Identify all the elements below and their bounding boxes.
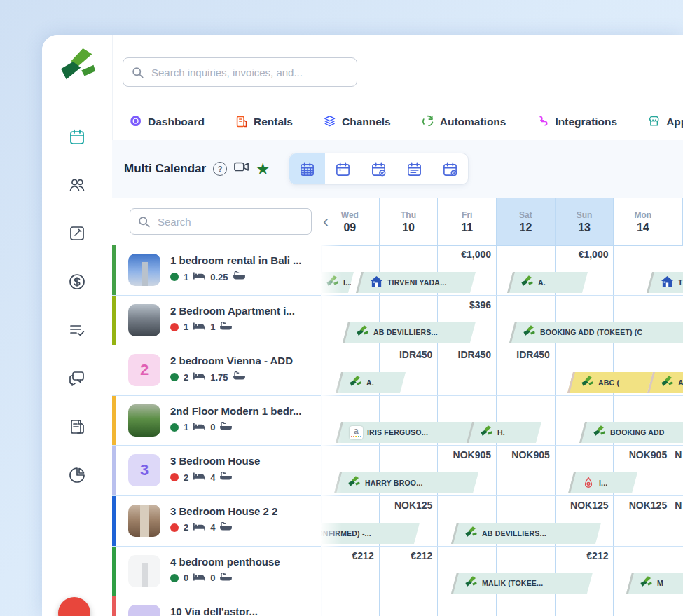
chat-launcher-button[interactable]: [58, 597, 90, 616]
sidebar-item-payments[interactable]: [67, 271, 88, 292]
help-icon[interactable]: ?: [213, 162, 227, 176]
rate-cell[interactable]: €1,000: [556, 249, 614, 263]
day-header-fri-11[interactable]: Fri11: [438, 198, 497, 245]
view-button-planning-view[interactable]: [432, 153, 468, 184]
booking-ribbon[interactable]: A.: [507, 272, 588, 293]
booking-ribbon[interactable]: TIRVENI YADA...: [356, 272, 476, 293]
rate-cell[interactable]: NOK905: [438, 449, 497, 463]
booking-ribbon[interactable]: AB DEVILLIERS...: [451, 523, 601, 544]
bath-icon: [220, 573, 232, 584]
booking-content: A: [652, 372, 683, 393]
bath-count: 4: [210, 522, 215, 533]
sidebar-item-messages[interactable]: [67, 368, 88, 389]
dashboard-icon: [130, 115, 143, 128]
booking-ribbon[interactable]: A: [647, 372, 683, 393]
booking-ribbon[interactable]: M: [626, 573, 683, 594]
rate-cell[interactable]: $396: [438, 299, 497, 313]
inquiries-icon: [68, 224, 86, 242]
property-row[interactable]: 2nd Floor Modern 1 bedr...10: [112, 396, 321, 446]
bath-icon: [220, 472, 232, 483]
rate-cell[interactable]: NOK125: [380, 500, 439, 514]
property-title: 2 bedroom Vienna - ADD: [170, 355, 317, 367]
rate-cell[interactable]: IDR450: [438, 349, 497, 363]
booking-ribbon[interactable]: H.: [467, 422, 541, 443]
rate-cell[interactable]: NOK905: [614, 449, 673, 463]
booking-ribbon[interactable]: (CONFIRMED) -...: [321, 523, 420, 544]
booking-ribbon[interactable]: A.: [336, 372, 406, 393]
day-number: 13: [578, 221, 591, 234]
bath-icon: [220, 522, 232, 533]
nav-item-app-store[interactable]: App Store: [648, 115, 683, 128]
sidebar-item-calendar[interactable]: [67, 126, 88, 147]
calendar-row: [321, 596, 683, 616]
sidebar-item-invoices[interactable]: [67, 416, 88, 437]
chevron-left-icon[interactable]: ‹: [323, 214, 329, 229]
global-search-input[interactable]: [150, 66, 348, 79]
property-row[interactable]: 4 bedroom penthouse00: [112, 547, 321, 597]
property-row[interactable]: 1 bedroom rental in Bali ...10.25: [112, 245, 321, 296]
rate-cell[interactable]: €1,000: [438, 249, 497, 263]
calendar-row: €212€212€212MALIK (TOKEE...M: [321, 547, 683, 597]
booking-ribbon[interactable]: aIRIS FERGUSO...: [336, 422, 473, 443]
standard-view-icon: [335, 161, 351, 177]
sidebar-item-guests[interactable]: [67, 174, 88, 196]
rate-cell[interactable]: N: [672, 500, 683, 514]
nav-item-dashboard[interactable]: Dashboard: [130, 115, 205, 128]
view-button-multi-calendar-view[interactable]: [289, 153, 325, 184]
nav-item-label: Automations: [440, 116, 506, 128]
view-switcher: [289, 153, 469, 185]
view-button-availability-view[interactable]: [361, 153, 396, 184]
booking-content: H.: [471, 422, 539, 443]
rate-cell[interactable]: NOK125: [556, 500, 614, 514]
bed-count: 0: [184, 573, 188, 583]
rate-cell[interactable]: €212: [380, 550, 439, 564]
favorite-star-icon[interactable]: ★: [256, 163, 269, 175]
sidebar-item-inquiries[interactable]: [67, 223, 88, 244]
rate-cell[interactable]: IDR450: [380, 349, 439, 363]
property-row[interactable]: 3 Bedroom House 2 224: [112, 496, 321, 547]
rate-cell[interactable]: NOK905: [497, 449, 556, 463]
property-row[interactable]: 10 Via dell'astor...: [112, 596, 321, 616]
booking-content: A.: [340, 372, 403, 393]
booking-ribbon[interactable]: I...: [321, 272, 353, 293]
sidebar-item-reports[interactable]: [67, 465, 88, 486]
tokeet-logo-icon: [60, 48, 98, 85]
booking-content: HARRY BROO...: [339, 472, 476, 493]
day-header-wed-09[interactable]: Wed09: [321, 198, 380, 245]
booking-ribbon[interactable]: HARRY BROO...: [334, 472, 478, 493]
nav-item-automations[interactable]: Automations: [422, 115, 506, 128]
booking-ribbon[interactable]: T: [647, 272, 683, 293]
nav-item-integrations[interactable]: Integrations: [537, 115, 617, 128]
rate-cell[interactable]: NOK125: [614, 500, 673, 514]
rate-cell[interactable]: €212: [556, 550, 614, 564]
day-header-sun-13[interactable]: Sun13: [556, 198, 614, 245]
video-tutorial-icon[interactable]: [234, 161, 249, 176]
nav-item-channels[interactable]: Channels: [324, 115, 391, 128]
sidebar-item-tasks[interactable]: [67, 320, 88, 341]
property-row[interactable]: 2 Bedroom Apartment i...11: [112, 296, 321, 346]
day-header-sat-12[interactable]: Sat12: [497, 198, 556, 245]
booking-ribbon[interactable]: ABC (: [567, 372, 653, 393]
nav-item-rentals[interactable]: Rentals: [235, 115, 293, 128]
booking-ribbon[interactable]: BOOKING ADD: [579, 422, 683, 443]
global-search[interactable]: [123, 57, 357, 87]
property-row[interactable]: 33 Bedroom House24: [112, 446, 321, 496]
booking-ribbon[interactable]: AB DEVILLIERS...: [343, 322, 476, 343]
day-header-thu-10[interactable]: Thu10: [380, 198, 439, 245]
property-row[interactable]: 22 bedroom Vienna - ADD21.75: [112, 345, 321, 396]
day-header-mon-14[interactable]: Mon14: [614, 198, 672, 245]
property-search-input[interactable]: [156, 215, 303, 228]
booking-content: M: [631, 573, 683, 594]
booking-label: (CONFIRMED) -...: [321, 529, 371, 538]
booking-label: I...: [343, 278, 351, 287]
property-search[interactable]: [130, 208, 312, 235]
booking-ribbon[interactable]: MALIK (TOKEE...: [451, 573, 593, 594]
booking-label: M: [657, 579, 663, 587]
booking-ribbon[interactable]: BOOKING ADD (TOKEET) (C: [509, 322, 683, 343]
view-button-standard-view[interactable]: [325, 153, 361, 184]
rate-cell[interactable]: €212: [321, 550, 380, 564]
rate-cell[interactable]: N: [672, 449, 683, 463]
rate-cell[interactable]: IDR450: [497, 349, 556, 363]
booking-ribbon[interactable]: I...: [568, 472, 637, 493]
view-button-agenda-view[interactable]: [396, 153, 432, 184]
